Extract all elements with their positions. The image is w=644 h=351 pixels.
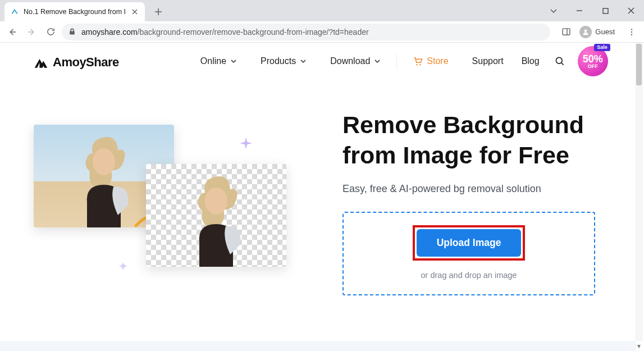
nav-download-label: Download [330, 56, 370, 66]
toolbar-right: Guest [558, 24, 640, 40]
hero-title-line1: Remove Background [342, 111, 584, 138]
nav-separator [396, 53, 397, 69]
cart-icon [413, 56, 423, 66]
nav-support[interactable]: Support [472, 56, 504, 66]
svg-rect-1 [563, 29, 570, 35]
hero-section: ✦ Remove Background from Image for Free … [0, 80, 644, 295]
upload-dropzone[interactable]: Upload Image or drag and drop an image [342, 212, 595, 295]
site-header: AmoyShare Online Products Download Store [0, 43, 644, 80]
scrollbar[interactable]: ▲ ▼ [635, 43, 643, 341]
lock-icon [68, 28, 76, 35]
window-minimize-icon[interactable] [567, 2, 592, 20]
svg-point-5 [631, 34, 632, 35]
nav-online-label: Online [200, 56, 226, 66]
secondary-nav: Support Blog [472, 56, 540, 66]
svg-point-7 [420, 64, 421, 65]
nav-blog[interactable]: Blog [522, 56, 540, 66]
nav-store-label: Store [427, 56, 448, 66]
drop-hint: or drag and drop an image [421, 271, 517, 280]
svg-point-2 [584, 29, 587, 32]
hero-content: Remove Background from Image for Free Ea… [342, 108, 610, 295]
sparkle-icon [239, 136, 253, 153]
sale-badge[interactable]: Sale 50% OFF [578, 46, 608, 76]
svg-point-8 [556, 57, 562, 63]
person-illustration-icon [174, 170, 258, 267]
svg-point-10 [205, 188, 227, 215]
url-host: amoyshare.com [81, 28, 138, 37]
svg-point-6 [417, 64, 418, 65]
svg-point-9 [93, 148, 115, 175]
window-maximize-icon[interactable] [592, 2, 618, 20]
scroll-down-icon[interactable]: ▼ [635, 341, 643, 350]
new-tab-button[interactable] [150, 4, 166, 20]
url-path: /background-remover/remove-background-fr… [138, 28, 369, 37]
chevron-down-icon [230, 58, 237, 65]
svg-point-4 [631, 31, 632, 32]
chevron-down-icon [374, 58, 381, 65]
chevron-down-icon [300, 58, 307, 65]
sparkle-icon: ✦ [118, 259, 128, 274]
nav-products[interactable]: Products [261, 56, 307, 66]
nav-store[interactable]: Store [413, 56, 448, 66]
reload-button[interactable] [43, 24, 58, 40]
tab-overflow-icon[interactable] [541, 2, 567, 20]
avatar-icon [579, 26, 592, 38]
page-content: AmoyShare Online Products Download Store [0, 43, 644, 351]
brand-mark-icon [34, 57, 48, 69]
hero-title-line2: from Image for Free [342, 142, 569, 168]
hero-subtitle: Easy, free & AI-powered bg removal solut… [342, 183, 610, 195]
address-bar[interactable]: amoyshare.com/background-remover/remove-… [62, 24, 550, 40]
upload-highlight: Upload Image [413, 225, 526, 261]
forward-button [24, 24, 39, 40]
nav-products-label: Products [261, 56, 296, 66]
brand-logo[interactable]: AmoyShare [34, 55, 119, 70]
upload-button[interactable]: Upload Image [417, 229, 522, 257]
window-close-icon[interactable] [618, 2, 644, 20]
footer-strip [0, 341, 636, 351]
hero-title: Remove Background from Image for Free [342, 110, 610, 171]
nav-download[interactable]: Download [330, 56, 381, 66]
svg-point-3 [631, 29, 632, 30]
url-text: amoyshare.com/background-remover/remove-… [81, 28, 369, 37]
side-panel-icon[interactable] [558, 24, 574, 40]
browser-chrome: No.1 Remove Background from I [0, 0, 644, 43]
after-image [146, 164, 286, 267]
sale-percent: 50% [583, 54, 603, 64]
browser-tab[interactable]: No.1 Remove Background from I [4, 2, 145, 21]
sale-tag: Sale [594, 44, 610, 51]
sale-off: OFF [588, 64, 598, 69]
hero-illustration: ✦ [34, 108, 303, 288]
tab-close-icon[interactable] [130, 7, 139, 16]
profile-label: Guest [595, 28, 615, 36]
search-icon[interactable] [554, 56, 565, 67]
window-controls [541, 0, 644, 21]
nav-online[interactable]: Online [200, 56, 237, 66]
svg-rect-0 [603, 8, 608, 13]
tab-title: No.1 Remove Background from I [24, 8, 126, 16]
back-button[interactable] [4, 24, 20, 40]
browser-toolbar: amoyshare.com/background-remover/remove-… [0, 21, 644, 43]
kebab-menu-icon[interactable] [624, 24, 640, 40]
tab-favicon-icon [10, 7, 19, 16]
profile-button[interactable]: Guest [578, 25, 619, 39]
main-nav: Online Products Download [200, 56, 381, 66]
brand-name: AmoyShare [53, 55, 119, 70]
scroll-thumb[interactable] [636, 44, 642, 85]
